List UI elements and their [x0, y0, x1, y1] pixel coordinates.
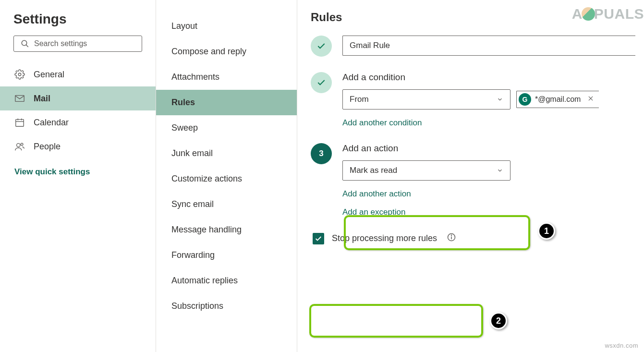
stop-processing-checkbox[interactable]: [313, 233, 324, 244]
condition-type-select[interactable]: From: [342, 89, 510, 109]
sec-subscriptions[interactable]: Subscriptions: [156, 293, 297, 319]
chip-text: *@gmail.com: [535, 95, 581, 104]
search-placeholder: Search settings: [34, 39, 87, 48]
secondary-nav-list: Layout Compose and reply Attachments Rul…: [156, 13, 297, 319]
add-exception-link[interactable]: Add an exception: [342, 207, 644, 217]
svg-line-1: [26, 45, 28, 47]
step3-title: Add an action: [342, 143, 644, 154]
primary-sidebar: Settings Search settings General Mail Ca…: [0, 0, 156, 352]
main-pane: Rules Gmail Rule Add a condition From: [297, 0, 644, 352]
chip-avatar: G: [519, 93, 531, 106]
sec-rules[interactable]: Rules: [156, 90, 297, 115]
chip-remove-icon[interactable]: [587, 95, 594, 104]
step-action: 3 Add an action Mark as read Add another…: [311, 143, 644, 217]
svg-rect-3: [15, 96, 24, 102]
search-icon: [21, 39, 29, 48]
site-watermark: wsxdn.com: [605, 342, 638, 349]
secondary-sidebar: Layout Compose and reply Attachments Rul…: [156, 0, 297, 352]
nav-mail-label: Mail: [34, 94, 50, 104]
calendar-icon: [14, 117, 25, 128]
step2-title: Add a condition: [342, 72, 644, 83]
annotation-badge-2: 2: [490, 312, 507, 329]
condition-value-field[interactable]: G *@gmail.com: [516, 91, 599, 108]
primary-nav-list: General Mail Calendar People: [0, 62, 156, 158]
add-action-link[interactable]: Add another action: [342, 189, 644, 199]
nav-people-label: People: [34, 142, 61, 152]
action-value: Mark as read: [350, 166, 397, 175]
condition-type-value: From: [350, 95, 369, 104]
nav-mail[interactable]: Mail: [0, 86, 156, 110]
sec-sync-email[interactable]: Sync email: [156, 192, 297, 217]
svg-point-0: [22, 40, 27, 46]
mail-icon: [14, 93, 25, 104]
info-icon[interactable]: [447, 232, 456, 244]
svg-point-17: [451, 235, 452, 235]
add-condition-link[interactable]: Add another condition: [342, 118, 644, 128]
chevron-down-icon: [497, 96, 503, 103]
step1-check-icon: [311, 36, 332, 57]
action-select[interactable]: Mark as read: [342, 160, 510, 181]
svg-rect-4: [16, 120, 24, 127]
chevron-down-icon: [497, 167, 503, 174]
nav-people[interactable]: People: [0, 134, 156, 158]
sec-attachments[interactable]: Attachments: [156, 64, 297, 90]
sec-message-handling[interactable]: Message handling: [156, 217, 297, 243]
nav-calendar[interactable]: Calendar: [0, 110, 156, 134]
rule-name-input[interactable]: Gmail Rule: [342, 36, 635, 56]
rule-name-value: Gmail Rule: [350, 41, 390, 50]
svg-point-12: [21, 143, 23, 146]
step3-number-badge: 3: [311, 143, 332, 164]
sec-junk-email[interactable]: Junk email: [156, 141, 297, 166]
step-condition: Add a condition From G *@gmail.com A: [311, 72, 644, 128]
stop-processing-row: Stop processing more rules: [313, 232, 644, 244]
people-icon: [14, 141, 25, 152]
checkmark-icon: [315, 235, 322, 243]
stop-processing-label: Stop processing more rules: [332, 233, 437, 243]
step2-check-icon: [311, 72, 332, 93]
settings-title: Settings: [0, 12, 156, 36]
sec-compose-reply[interactable]: Compose and reply: [156, 39, 297, 64]
sec-sweep[interactable]: Sweep: [156, 115, 297, 141]
nav-general-label: General: [34, 70, 64, 80]
appuals-logo: APUALS: [572, 6, 644, 22]
search-input[interactable]: Search settings: [13, 36, 142, 52]
view-quick-settings-link[interactable]: View quick settings: [0, 158, 156, 185]
sec-forwarding[interactable]: Forwarding: [156, 243, 297, 268]
nav-general[interactable]: General: [0, 62, 156, 86]
annotation-badge-1: 1: [538, 222, 555, 240]
sec-layout[interactable]: Layout: [156, 13, 297, 39]
nav-calendar-label: Calendar: [34, 118, 69, 128]
sec-customize-actions[interactable]: Customize actions: [156, 166, 297, 192]
svg-point-2: [18, 73, 21, 76]
gear-icon: [14, 69, 25, 80]
sec-automatic-replies[interactable]: Automatic replies: [156, 268, 297, 293]
svg-point-11: [17, 144, 20, 147]
email-chip: G *@gmail.com: [519, 93, 594, 106]
step-rule-name: Gmail Rule: [311, 36, 644, 57]
